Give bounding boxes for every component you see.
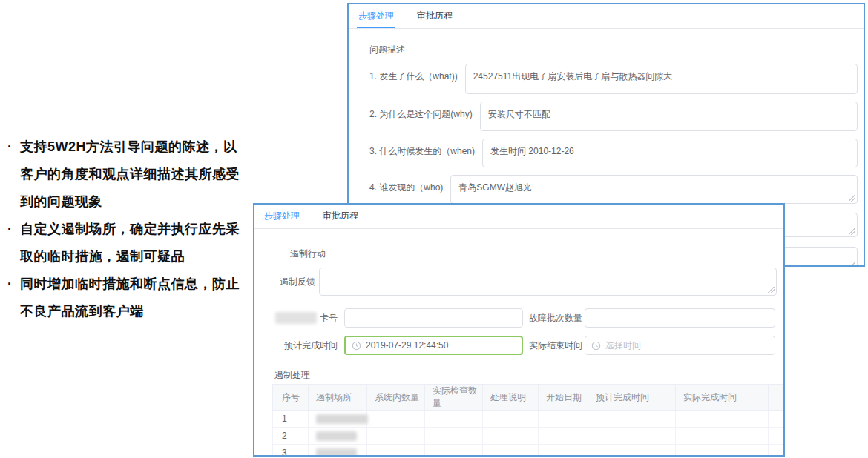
row-index: 3 — [273, 445, 309, 457]
field-row-why: 2. 为什么是这个问题(why) 安装尺寸不匹配 — [369, 102, 858, 131]
table-header-row: 序号 遏制场所 系统内数量 实际检查数量 处理说明 开始日期 预计完成时间 实际… — [273, 385, 785, 411]
feature-bullet: 自定义遏制场所，确定并执行应先采取的临时措施，遏制可疑品 — [6, 216, 248, 271]
tab-approval-history[interactable]: 审批历程 — [415, 10, 454, 28]
feature-bullet: 同时增加临时措施和断点信息，防止不良产品流到客户端 — [6, 271, 248, 325]
field-label: 1. 发生了什么（what)) — [369, 64, 458, 83]
field-label: 2. 为什么是这个问题(why) — [369, 102, 473, 121]
field-label: 4. 谁发现的（who) — [369, 175, 443, 194]
field-row-who: 4. 谁发现的（who) 青岛SGMW赵旭光 — [369, 175, 858, 204]
clock-icon — [352, 341, 361, 351]
field-value: 青岛SGMW赵旭光 — [458, 182, 532, 193]
time-row: 预计完成时间 2019-07-29 12:44:50 实际结束时间 选择时间 — [266, 336, 783, 355]
why-input[interactable]: 安装尺寸不匹配 — [480, 102, 858, 131]
row-index: 2 — [273, 428, 309, 445]
actual-end-datetime-input[interactable]: 选择时间 — [585, 336, 775, 355]
when-input[interactable]: 发生时间 2010-12-26 — [482, 139, 858, 167]
table-row: 1 — [273, 411, 785, 428]
field-label: 3. 什么时候发生的（when) — [369, 139, 475, 158]
col-header: 实际检查数量 — [425, 385, 483, 411]
field-value: 发生时间 2010-12-26 — [490, 146, 574, 156]
tab-step-processing[interactable]: 步骤处理 — [357, 10, 395, 28]
card-number-input[interactable] — [344, 308, 523, 328]
redacted-text — [275, 312, 317, 324]
containment-action-panel: 步骤处理 审批历程 遏制行动 遏制反馈 卡号 故障批次数量 — [253, 203, 785, 457]
tab-approval-history[interactable]: 审批历程 — [321, 210, 360, 228]
actual-end-label: 实际结束时间 — [529, 339, 582, 352]
planned-finish-label: 预计完成时间 — [266, 339, 338, 352]
tab-bar: 步骤处理 审批历程 — [349, 4, 864, 29]
table-row: 2 — [273, 428, 785, 445]
field-value: 安装尺寸不匹配 — [488, 109, 550, 119]
clock-icon — [591, 341, 601, 351]
field-value: 24527511出现电子扇安装后电子扇与散热器间隙大 — [473, 71, 673, 82]
section-title: 问题描述 — [369, 44, 858, 56]
field-row-what: 1. 发生了什么（what)) 24527511出现电子扇安装后电子扇与散热器间… — [369, 64, 858, 94]
page: 支持5W2H方法引导问题的陈述，以客户的角度和观点详细描述其所感受到的问题现象 … — [0, 0, 868, 458]
col-header: 序号 — [273, 385, 309, 411]
redacted-text — [316, 414, 368, 424]
col-header: 实际完成时间 — [676, 385, 769, 411]
col-header: 遏制场所 — [309, 385, 367, 411]
redacted-text — [316, 431, 357, 441]
table-title: 遏制处理 — [274, 369, 783, 382]
who-input[interactable]: 青岛SGMW赵旭光 — [450, 175, 858, 204]
fault-batch-label: 故障批次数量 — [529, 312, 582, 325]
tab-bar: 步骤处理 审批历程 — [254, 205, 783, 229]
redacted-text — [316, 448, 357, 457]
field-row-when: 3. 什么时候发生的（when) 发生时间 2010-12-26 — [369, 139, 858, 167]
col-header: 开始日期 — [539, 385, 588, 411]
feedback-textarea[interactable] — [319, 268, 777, 296]
row-index: 1 — [273, 411, 309, 428]
table-row: 3 — [273, 445, 785, 457]
feature-notes: 支持5W2H方法引导问题的陈述，以客户的角度和观点详细描述其所感受到的问题现象 … — [6, 133, 248, 325]
planned-finish-datetime-input[interactable]: 2019-07-29 12:44:50 — [344, 336, 523, 355]
col-header: 处理说明 — [483, 385, 539, 411]
card-number-label: 卡号 — [266, 312, 338, 325]
col-header: 系统内数量 — [367, 385, 425, 411]
section-title: 遏制行动 — [290, 248, 783, 260]
col-header-extra — [769, 385, 785, 411]
fault-batch-input[interactable] — [585, 308, 775, 328]
col-header: 预计完成时间 — [588, 385, 676, 411]
datetime-placeholder: 选择时间 — [605, 339, 641, 352]
what-input[interactable]: 24527511出现电子扇安装后电子扇与散热器间隙大 — [465, 64, 858, 94]
card-batch-row: 卡号 故障批次数量 — [266, 308, 783, 328]
containment-table: 序号 遏制场所 系统内数量 实际检查数量 处理说明 开始日期 预计完成时间 实际… — [272, 384, 785, 457]
feedback-row: 遏制反馈 — [266, 268, 783, 296]
feedback-label: 遏制反馈 — [266, 268, 315, 288]
feature-bullet: 支持5W2H方法引导问题的陈述，以客户的角度和观点详细描述其所感受到的问题现象 — [6, 133, 248, 216]
containment-form: 遏制行动 遏制反馈 卡号 故障批次数量 预计 — [254, 248, 783, 457]
tab-step-processing[interactable]: 步骤处理 — [263, 210, 301, 228]
